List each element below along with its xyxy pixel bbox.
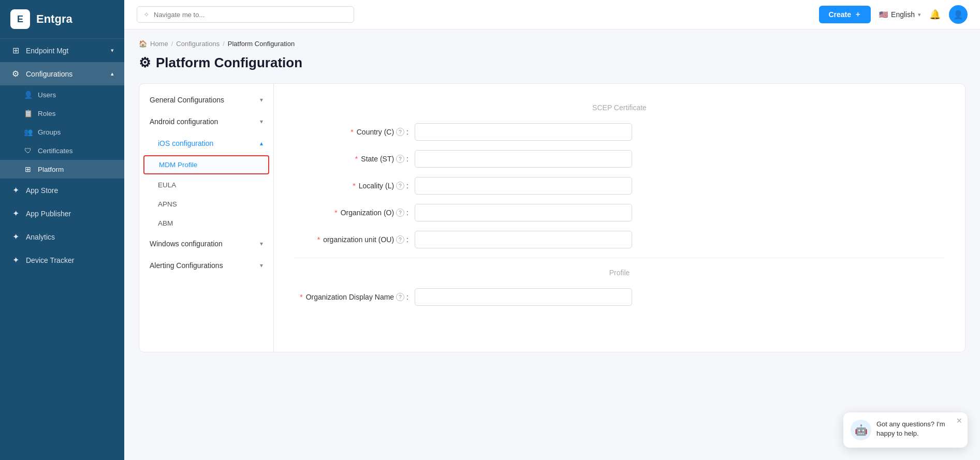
locality-label-text: Locality (L): [359, 182, 394, 190]
required-mark: *: [353, 182, 355, 190]
breadcrumb-home[interactable]: Home: [150, 40, 168, 48]
sidebar-item-device-tracker[interactable]: ✦ Device Tracker: [0, 248, 124, 272]
breadcrumb-current: Platform Configuration: [228, 40, 295, 48]
ios-config-label: iOS configuration: [158, 139, 213, 147]
sidebar-item-analytics[interactable]: ✦ Analytics: [0, 225, 124, 248]
page-title-text: Platform Configuration: [156, 55, 302, 71]
form-row-org-display-name: * Organization Display Name ? :: [295, 288, 944, 306]
chat-bot-icon: 🤖: [855, 424, 868, 436]
sidebar-item-groups[interactable]: 👥 Groups: [0, 123, 124, 141]
chevron-down-icon: ▾: [918, 11, 921, 18]
create-button[interactable]: Create ＋: [819, 6, 871, 23]
info-icon[interactable]: ?: [396, 155, 404, 163]
search-icon: ✧: [143, 10, 150, 19]
info-icon[interactable]: ?: [396, 128, 404, 136]
search-box[interactable]: ✧: [137, 6, 354, 23]
state-label-text: State (ST): [361, 155, 394, 163]
required-mark: *: [334, 209, 337, 217]
plus-icon: ＋: [854, 10, 861, 19]
form-row-org-unit: * organization unit (OU) ? :: [295, 231, 944, 248]
info-icon[interactable]: ?: [396, 182, 404, 190]
breadcrumb-configurations[interactable]: Configurations: [176, 40, 220, 48]
config-menu-windows[interactable]: Windows configuration ▾: [139, 233, 273, 255]
breadcrumb-sep: /: [171, 40, 173, 48]
country-label-text: Country (C): [357, 128, 394, 136]
config-sub-eula[interactable]: EULA: [139, 175, 273, 195]
chat-avatar: 🤖: [851, 420, 871, 440]
config-sub-apns[interactable]: APNS: [139, 195, 273, 214]
profile-section-title: Profile: [295, 269, 944, 277]
chevron-down-icon: ▾: [260, 240, 263, 247]
info-icon[interactable]: ?: [396, 209, 404, 217]
config-sub-mdm-profile[interactable]: MDM Profile: [143, 155, 269, 174]
config-menu-ios[interactable]: iOS configuration ▴: [139, 132, 273, 154]
sidebar-item-endpoint-mgt[interactable]: ⊞ Endpoint Mgt ▾: [0, 39, 124, 62]
sidebar-item-certificates[interactable]: 🛡 Certificates: [0, 141, 124, 160]
sidebar-item-app-store[interactable]: ✦ App Store: [0, 179, 124, 202]
endpoint-mgt-icon: ⊞: [10, 46, 21, 55]
scep-section-title: SCEP Certificate: [295, 103, 944, 112]
config-sub-abm[interactable]: ABM: [139, 214, 273, 233]
general-configs-label: General Configurations: [150, 96, 224, 104]
android-config-label: Android configuration: [150, 117, 218, 126]
sidebar-item-configurations[interactable]: ⚙ Configurations ▴: [0, 62, 124, 85]
apns-label: APNS: [158, 200, 177, 208]
language-selector[interactable]: 🇺🇸 English ▾: [879, 10, 921, 19]
windows-config-label: Windows configuration: [150, 240, 223, 248]
country-label: * Country (C) ? :: [295, 128, 408, 136]
sidebar-item-users[interactable]: 👤 Users: [0, 85, 124, 104]
configurations-icon: ⚙: [10, 69, 21, 79]
app-publisher-icon: ✦: [10, 209, 21, 218]
config-form: SCEP Certificate * Country (C) ? : *: [274, 84, 965, 352]
chevron-up-icon: ▴: [260, 140, 263, 147]
config-menu-alerting[interactable]: Alerting Configurations ▾: [139, 255, 273, 276]
mdm-profile-label: MDM Profile: [159, 161, 197, 169]
create-label: Create: [828, 10, 851, 19]
eula-label: EULA: [158, 181, 176, 189]
country-input[interactable]: [415, 123, 632, 141]
locality-input[interactable]: [415, 177, 632, 195]
chevron-down-icon: ▾: [260, 118, 263, 125]
config-menu-general[interactable]: General Configurations ▾: [139, 89, 273, 111]
sidebar-sub-label: Users: [38, 91, 56, 99]
certificates-icon: 🛡: [23, 146, 33, 155]
breadcrumb-sep2: /: [223, 40, 225, 48]
form-row-state: * State (ST) ? :: [295, 150, 944, 168]
sidebar: E Entgra ⊞ Endpoint Mgt ▾ ⚙ Configuratio…: [0, 0, 124, 460]
chevron-down-icon: ▾: [111, 47, 114, 54]
topbar: ✧ Create ＋ 🇺🇸 English ▾ 🔔 👤: [124, 0, 980, 29]
chevron-down-icon: ▾: [260, 96, 263, 103]
topbar-right: Create ＋ 🇺🇸 English ▾ 🔔 👤: [819, 5, 968, 24]
sidebar-item-app-publisher[interactable]: ✦ App Publisher: [0, 202, 124, 225]
chat-close-button[interactable]: ✕: [956, 417, 962, 425]
notification-button[interactable]: 🔔: [929, 9, 941, 20]
config-menu-android[interactable]: Android configuration ▾: [139, 111, 273, 132]
org-display-name-input[interactable]: [415, 288, 632, 306]
sidebar-item-platform[interactable]: ⊞ Platform: [0, 160, 124, 179]
app-logo[interactable]: E Entgra: [0, 0, 124, 39]
organization-input[interactable]: [415, 204, 632, 221]
org-unit-input[interactable]: [415, 231, 632, 248]
language-label: English: [891, 10, 915, 19]
info-icon[interactable]: ?: [396, 293, 404, 301]
chevron-down-icon: ▾: [260, 262, 263, 269]
state-input[interactable]: [415, 150, 632, 168]
sidebar-item-roles[interactable]: 📋 Roles: [0, 104, 124, 123]
sidebar-item-label: Configurations: [26, 70, 106, 78]
device-tracker-icon: ✦: [10, 255, 21, 265]
required-mark: *: [350, 128, 353, 136]
content-card: General Configurations ▾ Android configu…: [139, 83, 966, 352]
sidebar-sub-label: Groups: [38, 128, 61, 136]
sidebar-sub-label: Certificates: [38, 147, 73, 155]
search-input[interactable]: [154, 11, 347, 19]
home-icon: 🏠: [139, 40, 147, 48]
info-icon[interactable]: ?: [396, 235, 404, 244]
roles-icon: 📋: [23, 109, 33, 117]
form-divider: [295, 258, 944, 258]
analytics-icon: ✦: [10, 232, 21, 242]
sidebar-item-label: App Publisher: [26, 210, 114, 218]
alerting-configs-label: Alerting Configurations: [150, 261, 223, 270]
user-avatar[interactable]: 👤: [949, 5, 968, 24]
sidebar-sub-label: Roles: [38, 110, 56, 117]
abm-label: ABM: [158, 219, 173, 227]
